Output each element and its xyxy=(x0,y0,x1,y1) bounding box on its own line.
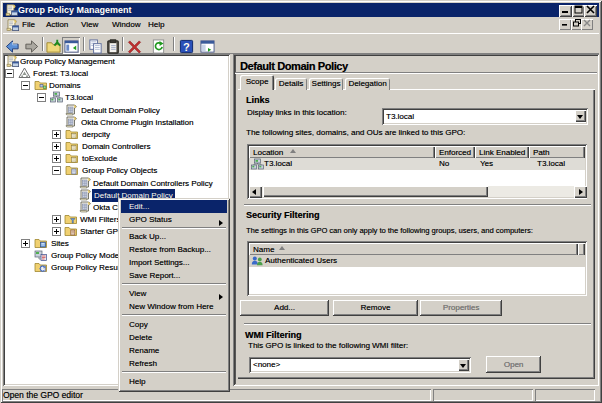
svg-text:?: ? xyxy=(183,41,190,53)
